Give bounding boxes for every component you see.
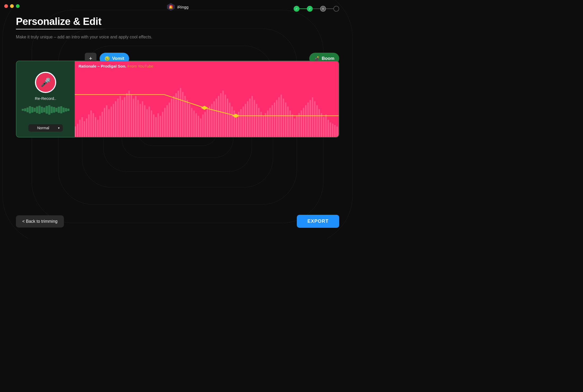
audio-waveform[interactable] bbox=[75, 79, 339, 137]
svg-rect-76 bbox=[216, 99, 217, 137]
svg-rect-98 bbox=[265, 113, 266, 137]
minimize-button[interactable] bbox=[10, 4, 14, 8]
svg-rect-29 bbox=[111, 106, 112, 137]
svg-rect-19 bbox=[88, 114, 90, 137]
svg-rect-100 bbox=[269, 108, 271, 137]
record-label: Re-Record.. bbox=[35, 96, 56, 101]
svg-rect-93 bbox=[254, 100, 255, 137]
export-button[interactable]: EXPORT bbox=[297, 215, 339, 228]
svg-rect-112 bbox=[296, 116, 298, 137]
voice-effect-select[interactable]: Normal Robot Echo Chipmunk Deep bbox=[28, 124, 63, 132]
step-connector-3 bbox=[326, 8, 333, 9]
svg-rect-113 bbox=[298, 113, 300, 137]
svg-rect-70 bbox=[202, 114, 204, 137]
svg-rect-13 bbox=[75, 126, 76, 137]
svg-rect-56 bbox=[171, 99, 172, 137]
boom-label: Boom bbox=[322, 56, 334, 61]
svg-rect-47 bbox=[151, 110, 152, 137]
svg-rect-21 bbox=[93, 113, 94, 137]
svg-rect-23 bbox=[97, 120, 98, 137]
svg-rect-115 bbox=[303, 108, 304, 137]
svg-rect-120 bbox=[314, 101, 315, 137]
svg-rect-17 bbox=[84, 121, 85, 137]
svg-rect-31 bbox=[115, 101, 116, 137]
svg-rect-99 bbox=[267, 110, 268, 137]
svg-rect-49 bbox=[155, 117, 157, 137]
svg-rect-126 bbox=[328, 120, 329, 137]
svg-rect-127 bbox=[330, 122, 331, 137]
step-1: ✓ bbox=[294, 6, 299, 12]
audio-workspace: 🎤 Re-Record.. bbox=[16, 61, 339, 137]
app-icon: 🔔 bbox=[167, 3, 175, 11]
svg-rect-118 bbox=[310, 100, 311, 137]
svg-rect-81 bbox=[227, 99, 228, 137]
svg-rect-44 bbox=[144, 105, 145, 137]
svg-rect-121 bbox=[316, 105, 318, 137]
svg-rect-20 bbox=[90, 110, 92, 137]
audio-track: Rationale – Prodigal Son. From YouTube bbox=[75, 61, 339, 137]
svg-rect-119 bbox=[312, 97, 313, 137]
close-button[interactable] bbox=[4, 4, 8, 8]
svg-rect-123 bbox=[321, 113, 322, 137]
svg-rect-107 bbox=[285, 103, 286, 137]
svg-rect-92 bbox=[251, 96, 253, 137]
svg-rect-129 bbox=[334, 125, 335, 137]
svg-rect-33 bbox=[120, 96, 121, 137]
svg-rect-75 bbox=[213, 101, 215, 137]
svg-rect-110 bbox=[292, 114, 293, 137]
svg-rect-65 bbox=[191, 108, 192, 137]
step-indicator: ✓ ✓ bbox=[294, 6, 339, 12]
traffic-lights bbox=[4, 4, 20, 8]
svg-rect-54 bbox=[166, 105, 168, 137]
svg-rect-50 bbox=[157, 113, 159, 137]
svg-rect-37 bbox=[129, 91, 130, 137]
svg-rect-79 bbox=[222, 91, 224, 137]
svg-rect-63 bbox=[187, 100, 188, 137]
svg-rect-114 bbox=[301, 110, 302, 137]
svg-rect-109 bbox=[289, 110, 291, 137]
step-2: ✓ bbox=[307, 6, 313, 12]
app-header: 🔔 iRingg bbox=[167, 3, 189, 11]
svg-rect-73 bbox=[209, 106, 210, 137]
svg-rect-46 bbox=[149, 106, 150, 137]
svg-rect-69 bbox=[200, 118, 201, 137]
svg-rect-28 bbox=[108, 109, 110, 137]
svg-rect-103 bbox=[276, 100, 277, 137]
maximize-button[interactable] bbox=[16, 4, 20, 8]
svg-rect-61 bbox=[182, 92, 183, 137]
svg-rect-102 bbox=[274, 103, 275, 137]
svg-rect-45 bbox=[146, 109, 148, 137]
svg-rect-71 bbox=[205, 112, 206, 137]
step-connector-1 bbox=[299, 8, 307, 9]
step-3 bbox=[320, 6, 326, 12]
svg-rect-16 bbox=[81, 117, 83, 137]
svg-rect-30 bbox=[113, 104, 114, 137]
svg-rect-15 bbox=[79, 120, 81, 137]
mic-record-button[interactable]: 🎤 bbox=[35, 72, 56, 93]
svg-rect-67 bbox=[196, 113, 197, 137]
svg-rect-77 bbox=[218, 96, 219, 137]
svg-rect-116 bbox=[305, 105, 306, 137]
svg-rect-25 bbox=[101, 112, 103, 137]
back-to-trimming-button[interactable]: < Back to trimming bbox=[16, 215, 64, 228]
svg-rect-14 bbox=[77, 124, 78, 137]
voice-effect-wrapper[interactable]: Normal Robot Echo Chipmunk Deep ▼ bbox=[28, 124, 63, 132]
svg-rect-55 bbox=[169, 103, 170, 137]
svg-rect-78 bbox=[220, 93, 222, 137]
svg-rect-90 bbox=[247, 101, 248, 137]
voice-waveform bbox=[22, 104, 69, 116]
svg-text:🔔: 🔔 bbox=[169, 5, 173, 9]
svg-rect-51 bbox=[160, 116, 161, 137]
page-title: Personalize & Edit bbox=[16, 16, 339, 27]
svg-rect-97 bbox=[263, 116, 264, 137]
step-connector-2 bbox=[313, 8, 320, 9]
svg-rect-38 bbox=[131, 95, 132, 137]
svg-rect-111 bbox=[294, 118, 295, 137]
svg-rect-125 bbox=[325, 114, 326, 137]
step-4 bbox=[333, 6, 339, 12]
svg-rect-130 bbox=[337, 126, 338, 137]
svg-rect-66 bbox=[193, 110, 195, 137]
svg-rect-58 bbox=[175, 93, 177, 137]
bottom-row: < Back to trimming EXPORT bbox=[16, 215, 339, 228]
svg-rect-40 bbox=[135, 96, 136, 137]
